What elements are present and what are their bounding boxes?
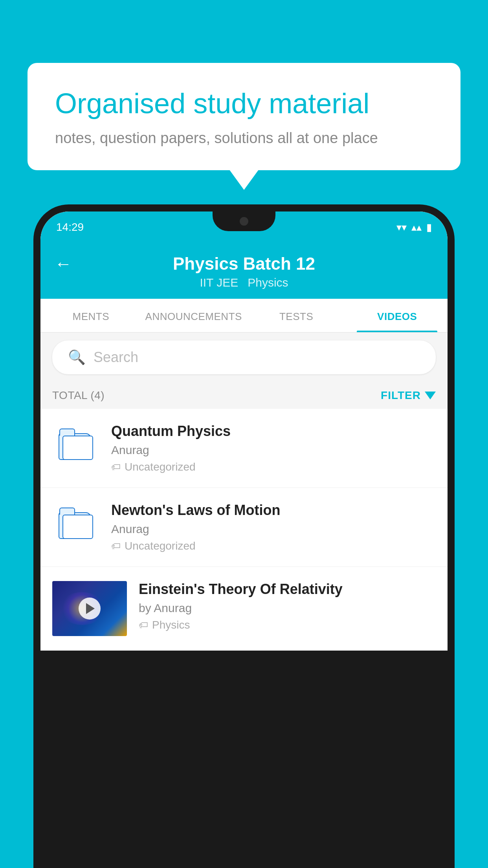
video-title: Newton's Laws of Motion: [111, 502, 436, 519]
camera-dot: [240, 217, 248, 226]
video-thumbnail-3: [52, 581, 127, 636]
video-tag: 🏷 Physics: [139, 619, 436, 631]
search-icon: 🔍: [68, 349, 86, 366]
signal-icon: ▴▴: [411, 221, 422, 234]
video-author: Anurag: [111, 522, 436, 536]
status-bar: 14:29 ▾▾ ▴▴ ▮: [40, 211, 448, 243]
tag-icon: 🏷: [111, 541, 121, 552]
status-icons: ▾▾ ▴▴ ▮: [396, 221, 432, 234]
tag-label: Physics: [152, 619, 190, 631]
filter-bar: TOTAL (4) FILTER: [40, 382, 448, 409]
play-icon: [86, 603, 95, 614]
video-list: Quantum Physics Anurag 🏷 Uncategorized: [40, 409, 448, 651]
filter-label: FILTER: [381, 389, 421, 402]
list-item[interactable]: Newton's Laws of Motion Anurag 🏷 Uncateg…: [40, 488, 448, 567]
tag-label: Uncategorized: [125, 540, 196, 552]
filter-triangle-icon: [425, 392, 436, 399]
wifi-icon: ▾▾: [396, 221, 407, 234]
search-placeholder: Search: [94, 349, 138, 366]
video-title: Einstein's Theory Of Relativity: [139, 581, 436, 598]
play-button[interactable]: [79, 598, 101, 620]
back-button[interactable]: ←: [55, 254, 72, 274]
tab-ments[interactable]: MENTS: [40, 299, 141, 332]
tab-videos[interactable]: VIDEOS: [347, 299, 448, 332]
video-author: by Anurag: [139, 601, 436, 615]
folder-front: [62, 515, 93, 539]
video-tag: 🏷 Uncategorized: [111, 540, 436, 552]
video-title: Quantum Physics: [111, 423, 436, 440]
video-info-1: Quantum Physics Anurag 🏷 Uncategorized: [111, 423, 436, 473]
speech-bubble: Organised study material notes, question…: [28, 63, 460, 170]
phone-mockup: 14:29 ▾▾ ▴▴ ▮ ← Physics Batch 12 IIT JEE…: [33, 204, 455, 868]
filter-button[interactable]: FILTER: [381, 389, 436, 402]
battery-icon: ▮: [426, 221, 432, 234]
header-subtitle-physics: Physics: [248, 276, 288, 289]
tag-icon: 🏷: [111, 462, 121, 473]
video-author: Anurag: [111, 443, 436, 457]
status-time: 14:29: [56, 221, 84, 234]
bubble-title: Organised study material: [55, 86, 433, 120]
folder-icon: [59, 425, 93, 460]
search-bar-container: 🔍 Search: [40, 333, 448, 382]
tag-icon: 🏷: [139, 620, 148, 631]
speech-bubble-container: Organised study material notes, question…: [28, 63, 460, 170]
phone-outer: 14:29 ▾▾ ▴▴ ▮ ← Physics Batch 12 IIT JEE…: [33, 204, 455, 868]
video-info-2: Newton's Laws of Motion Anurag 🏷 Uncateg…: [111, 502, 436, 552]
total-count: TOTAL (4): [52, 389, 105, 402]
tabs-bar: MENTS ANNOUNCEMENTS TESTS VIDEOS: [40, 299, 448, 333]
header-title: Physics Batch 12: [173, 254, 315, 274]
tab-tests[interactable]: TESTS: [246, 299, 347, 332]
video-thumb-1: [52, 423, 99, 462]
list-item[interactable]: Einstein's Theory Of Relativity by Anura…: [40, 567, 448, 651]
search-input[interactable]: 🔍 Search: [52, 340, 436, 374]
video-tag: 🏷 Uncategorized: [111, 461, 436, 473]
header-subtitle-iitjee: IIT JEE: [200, 276, 238, 289]
video-info-3: Einstein's Theory Of Relativity by Anura…: [139, 581, 436, 631]
folder-front: [62, 436, 93, 460]
list-item[interactable]: Quantum Physics Anurag 🏷 Uncategorized: [40, 409, 448, 488]
app-header: ← Physics Batch 12 IIT JEE Physics: [40, 243, 448, 299]
phone-screen: 14:29 ▾▾ ▴▴ ▮ ← Physics Batch 12 IIT JEE…: [40, 211, 448, 651]
video-thumb-2: [52, 502, 99, 541]
bubble-subtitle: notes, question papers, solutions all at…: [55, 130, 433, 147]
folder-icon: [59, 504, 93, 539]
notch: [213, 211, 275, 231]
tag-label: Uncategorized: [125, 461, 196, 473]
header-subtitle: IIT JEE Physics: [200, 276, 288, 289]
tab-announcements[interactable]: ANNOUNCEMENTS: [141, 299, 246, 332]
